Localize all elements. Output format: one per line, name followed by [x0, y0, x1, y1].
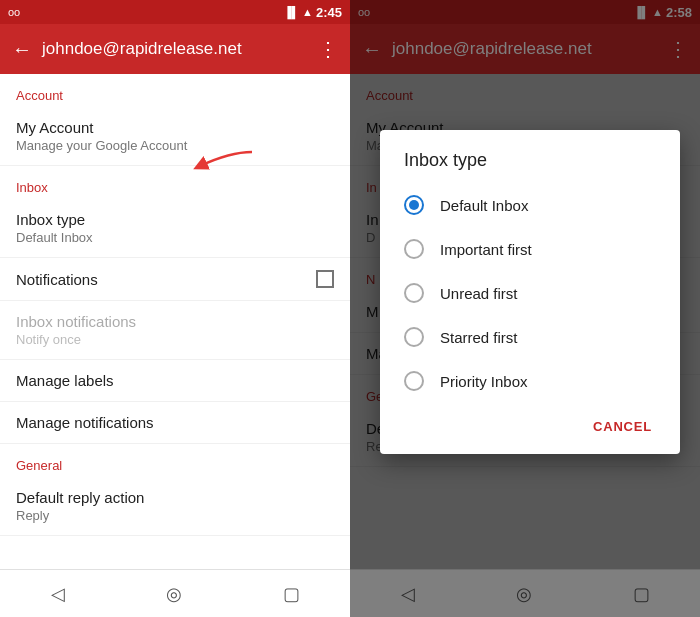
radio-label-important: Important first: [440, 241, 532, 258]
radio-circle-unread: [404, 283, 424, 303]
status-bar-left: oo ▐▌ ▲ 2:45: [0, 0, 350, 24]
list-item-my-account[interactable]: My Account Manage your Google Account: [0, 107, 350, 166]
inbox-notifications-subtitle: Notify once: [16, 332, 334, 347]
notifications-title: Notifications: [16, 271, 98, 288]
radio-label-priority: Priority Inbox: [440, 373, 528, 390]
radio-option-priority-inbox[interactable]: Priority Inbox: [380, 359, 680, 403]
radio-circle-priority: [404, 371, 424, 391]
signal-icon-left: ▐▌: [283, 6, 299, 18]
list-item-default-reply[interactable]: Default reply action Reply: [0, 477, 350, 536]
my-account-subtitle: Manage your Google Account: [16, 138, 334, 153]
radio-option-default-inbox[interactable]: Default Inbox: [380, 183, 680, 227]
radio-circle-important: [404, 239, 424, 259]
left-panel: oo ▐▌ ▲ 2:45 ← johndoe@rapidrelease.net …: [0, 0, 350, 617]
list-item-manage-notifications[interactable]: Manage notifications: [0, 402, 350, 444]
inbox-type-dialog: Inbox type Default Inbox Important first…: [380, 130, 680, 454]
radio-circle-starred: [404, 327, 424, 347]
dialog-actions: CANCEL: [380, 403, 680, 446]
radio-label-unread: Unread first: [440, 285, 518, 302]
default-reply-subtitle: Reply: [16, 508, 334, 523]
list-item-inbox-type[interactable]: Inbox type Default Inbox: [0, 199, 350, 258]
list-item-manage-labels[interactable]: Manage labels: [0, 360, 350, 402]
time-left: 2:45: [316, 5, 342, 20]
settings-list-left: Account My Account Manage your Google Ac…: [0, 74, 350, 569]
toolbar-title-left: johndoe@rapidrelease.net: [42, 39, 308, 59]
radio-option-starred-first[interactable]: Starred first: [380, 315, 680, 359]
dialog-title: Inbox type: [380, 150, 680, 183]
section-header-account: Account: [0, 74, 350, 107]
list-item-inbox-notifications: Inbox notifications Notify once: [0, 301, 350, 360]
nav-back-left[interactable]: ◁: [31, 575, 85, 613]
section-header-inbox: Inbox: [0, 166, 350, 199]
list-item-notifications[interactable]: Notifications: [0, 258, 350, 301]
right-panel: oo ▐▌ ▲ 2:58 ← johndoe@rapidrelease.net …: [350, 0, 700, 617]
my-account-title: My Account: [16, 119, 334, 136]
cancel-button[interactable]: CANCEL: [581, 411, 664, 442]
inbox-type-title: Inbox type: [16, 211, 334, 228]
nav-bar-left: ◁ ◎ ▢: [0, 569, 350, 617]
radio-option-unread-first[interactable]: Unread first: [380, 271, 680, 315]
back-button-left[interactable]: ←: [12, 38, 32, 61]
radio-circle-default: [404, 195, 424, 215]
notifications-checkbox[interactable]: [316, 270, 334, 288]
status-left-icons: oo: [8, 6, 20, 18]
manage-labels-title: Manage labels: [16, 372, 334, 389]
nav-home-left[interactable]: ◎: [146, 575, 202, 613]
nav-square-left[interactable]: ▢: [263, 575, 320, 613]
radio-label-default: Default Inbox: [440, 197, 528, 214]
inbox-type-subtitle: Default Inbox: [16, 230, 334, 245]
default-reply-title: Default reply action: [16, 489, 334, 506]
radio-label-starred: Starred first: [440, 329, 518, 346]
manage-notifications-title: Manage notifications: [16, 414, 334, 431]
wifi-icon-left: ▲: [302, 6, 313, 18]
section-header-general: General: [0, 444, 350, 477]
inbox-notifications-title: Inbox notifications: [16, 313, 334, 330]
more-button-left[interactable]: ⋮: [318, 37, 338, 61]
radio-option-important-first[interactable]: Important first: [380, 227, 680, 271]
toolbar-left: ← johndoe@rapidrelease.net ⋮: [0, 24, 350, 74]
